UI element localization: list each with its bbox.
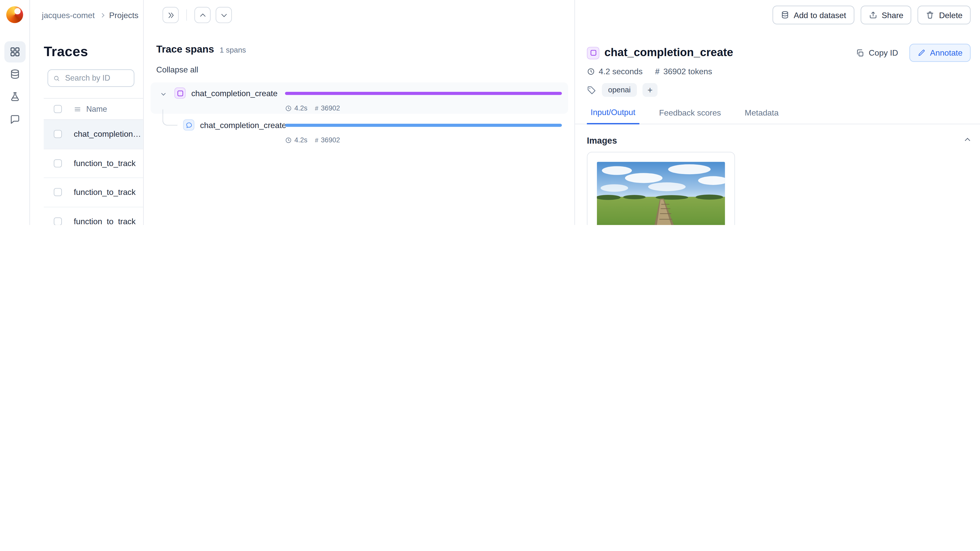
span-detail-panel: chat_completion_create Copy ID Annotate … (574, 30, 980, 225)
double-chevron-right-icon (167, 11, 175, 19)
trash-icon (926, 11, 935, 19)
delete-button[interactable]: Delete (918, 6, 970, 24)
collapse-section-button[interactable] (964, 138, 970, 144)
share-button[interactable]: Share (861, 6, 912, 24)
sidebar-item-projects[interactable] (4, 41, 25, 62)
trace-name-label: function_to_track (74, 187, 135, 197)
grid-icon (9, 46, 21, 57)
previous-trace-button[interactable] (194, 7, 211, 23)
span-duration-bar[interactable] (285, 92, 562, 95)
row-checkbox[interactable] (54, 218, 62, 225)
chat-span-icon (183, 119, 194, 130)
span-tokens: 36902 (321, 104, 340, 112)
detail-meta: 4.2 seconds # 36902 tokens (587, 67, 971, 76)
select-all-checkbox[interactable] (54, 105, 62, 113)
clock-icon (285, 105, 292, 111)
span-duration-bar[interactable] (285, 124, 562, 127)
add-tag-button[interactable]: + (643, 83, 658, 97)
tag-openai[interactable]: openai (602, 83, 637, 97)
hash-icon: # (315, 105, 318, 111)
sidebar-item-experiments[interactable] (4, 86, 25, 107)
column-header-name[interactable]: Name (86, 105, 107, 113)
next-trace-button[interactable] (216, 7, 232, 23)
span-row-child[interactable]: chat_completion_create 4.2s # 36902 (143, 116, 574, 146)
spans-header: Trace spans 1 spans (156, 44, 574, 55)
trace-name-label: function_to_track (74, 159, 135, 168)
chevron-up-icon (199, 11, 207, 19)
span-row-parent[interactable]: chat_completion_create 4.2s # 36902 (143, 84, 574, 114)
page-title: Traces (44, 44, 143, 60)
rail-nav (4, 41, 25, 130)
tokens-value: 36902 tokens (663, 67, 712, 76)
trace-row[interactable]: chat_completion_... (44, 120, 143, 149)
llm-span-icon (174, 87, 186, 99)
duration-value: 4.2 seconds (599, 67, 643, 76)
span-name: chat_completion_create (200, 120, 286, 130)
tab-metadata[interactable]: Metadata (741, 107, 782, 124)
topbar-actions: Add to dataset Share Delete (773, 6, 971, 24)
traces-table-body: chat_completion_...function_to_trackfunc… (44, 120, 143, 225)
trace-name-label: function_to_track (74, 217, 135, 225)
add-to-dataset-label: Add to dataset (794, 10, 846, 20)
span-title: chat_completion_create (605, 46, 733, 59)
span-duration: 4.2s (294, 104, 307, 112)
llm-span-icon (587, 46, 600, 59)
breadcrumb-projects[interactable]: Projects (109, 10, 138, 20)
row-checkbox[interactable] (54, 159, 62, 167)
share-icon (869, 11, 877, 19)
traces-table: Name chat_completion_...function_to_trac… (44, 98, 143, 225)
spans-title: Trace spans (156, 44, 214, 55)
panel-controls (162, 7, 232, 23)
share-label: Share (882, 10, 904, 20)
hash-icon: # (655, 67, 660, 76)
span-tree: chat_completion_create 4.2s # 36902 (143, 84, 574, 146)
span-tokens: 36902 (321, 136, 340, 144)
traces-table-header: Name (44, 99, 143, 120)
row-checkbox[interactable] (54, 188, 62, 197)
collapse-span-icon[interactable] (159, 92, 167, 95)
span-stats: 4.2s # 36902 (285, 134, 574, 146)
copy-id-button[interactable]: Copy ID (850, 44, 904, 61)
comet-logo-icon[interactable] (6, 6, 23, 23)
traces-panel: Traces Name chat_completion_...function_… (30, 30, 143, 225)
collapse-sidebar-button[interactable] (162, 7, 179, 23)
breadcrumb-workspace[interactable]: jacques-comet (42, 10, 95, 20)
hash-icon: # (315, 137, 318, 143)
topbar: jacques-comet Projects Add to dataset (30, 0, 980, 30)
trace-image-thumbnail[interactable] (597, 162, 725, 225)
sidebar-item-datasets[interactable] (4, 64, 25, 85)
pencil-icon (918, 49, 926, 57)
trace-row[interactable]: function_to_track (44, 207, 143, 225)
images-section-header: Images (587, 135, 971, 145)
tabs: Input/Output Feedback scores Metadata (574, 107, 980, 124)
trace-row[interactable]: function_to_track (44, 149, 143, 178)
tag-row: openai + (587, 83, 971, 97)
annotate-button[interactable]: Annotate (909, 44, 970, 62)
span-name: chat_completion_create (191, 89, 277, 98)
add-to-dataset-button[interactable]: Add to dataset (773, 6, 854, 24)
attachment-card (587, 152, 735, 225)
clock-icon (587, 67, 595, 76)
spans-count: 1 spans (220, 46, 246, 54)
tab-feedback-scores[interactable]: Feedback scores (655, 107, 725, 124)
chat-bubble-icon (9, 114, 21, 125)
column-menu-icon[interactable] (74, 105, 81, 113)
detail-scroll-area: Images (587, 135, 971, 225)
search-input[interactable] (64, 73, 129, 83)
trace-row[interactable]: function_to_track (44, 178, 143, 207)
images-section-title: Images (587, 135, 617, 145)
collapse-all-button[interactable]: Collapse all (156, 65, 198, 75)
span-stats: 4.2s # 36902 (285, 102, 574, 114)
chevron-down-icon (220, 11, 228, 19)
main-content: Traces Name chat_completion_...function_… (30, 30, 980, 225)
clock-icon (285, 137, 292, 143)
breadcrumb: jacques-comet Projects (42, 0, 138, 30)
tab-input-output[interactable]: Input/Output (587, 107, 639, 124)
sidebar-item-feedback[interactable] (4, 109, 25, 130)
tag-icon (587, 85, 597, 95)
annotate-label: Annotate (930, 48, 963, 58)
trace-name-label: chat_completion_... (74, 130, 143, 139)
detail-header: chat_completion_create Copy ID Annotate (587, 44, 971, 62)
row-checkbox[interactable] (54, 130, 62, 138)
left-icon-rail (0, 0, 30, 225)
